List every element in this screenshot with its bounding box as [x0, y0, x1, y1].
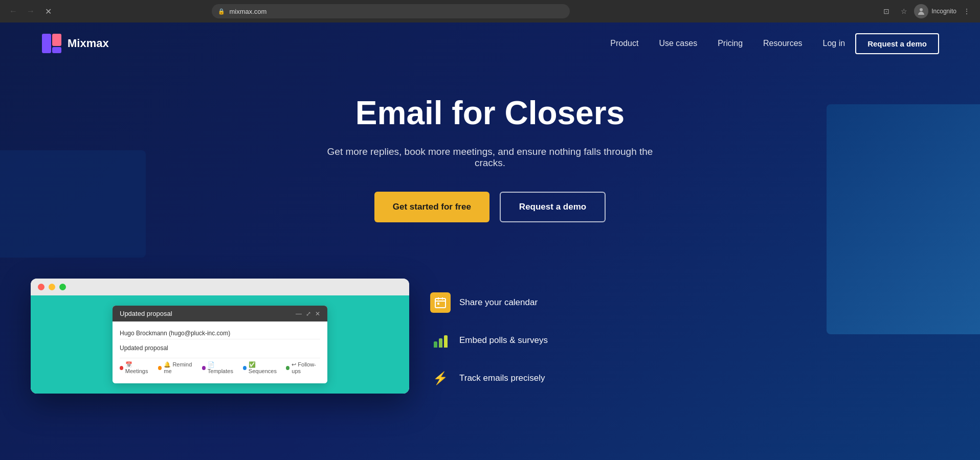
browser-chrome: ← → ✕ 🔒 mixmax.com ⊡ ☆ Incognito ⋮: [0, 0, 980, 22]
toolbar-follow-ups[interactable]: ↩ Follow-ups: [286, 361, 320, 374]
svg-rect-7: [437, 303, 439, 305]
incognito-label: Incognito: [931, 8, 956, 15]
website: Mixmax Product Use cases Pricing Resourc…: [0, 22, 980, 460]
calendar-feature-icon: [430, 292, 451, 313]
features-sidebar: Share your calendar Embed polls & survey…: [430, 279, 573, 397]
svg-rect-2: [52, 47, 61, 53]
app-titlebar: [31, 279, 409, 295]
polls-feature-label: Embed polls & surveys: [459, 335, 548, 346]
svg-rect-3: [435, 298, 446, 308]
nav-links: Product Use cases Pricing Resources: [610, 39, 802, 48]
email-modal-body: Hugo Brockmann (hugo@pluck-inc.com) Upda…: [113, 321, 327, 383]
nav-product[interactable]: Product: [610, 39, 638, 48]
nav-resources[interactable]: Resources: [763, 39, 802, 48]
logo-text: Mixmax: [68, 37, 109, 50]
reload-button[interactable]: ✕: [41, 4, 55, 18]
back-button[interactable]: ←: [6, 4, 20, 18]
window-close-btn[interactable]: [38, 284, 44, 290]
incognito-avatar: [914, 4, 928, 18]
toolbar-remind-me[interactable]: 🔔 Remind me: [158, 361, 195, 374]
browser-right-icons: ⊡ ☆ Incognito ⋮: [879, 4, 974, 18]
feature-polls[interactable]: Embed polls & surveys: [430, 321, 573, 359]
expand-icon[interactable]: ⤢: [306, 310, 311, 317]
polls-feature-icon: [430, 330, 451, 351]
navbar: Mixmax Product Use cases Pricing Resourc…: [0, 22, 980, 64]
email-modal-controls: — ⤢ ✕: [296, 310, 320, 317]
email-subject-field: Updated proposal: [120, 342, 320, 354]
minimize-icon[interactable]: —: [296, 310, 302, 317]
address-bar[interactable]: 🔒 mixmax.com: [212, 4, 570, 18]
hero-buttons: Get started for free Request a demo: [10, 192, 970, 222]
browser-nav-buttons: ← → ✕: [6, 4, 55, 18]
nav-pricing[interactable]: Pricing: [718, 39, 743, 48]
lock-icon: 🔒: [218, 8, 225, 15]
window-maximize-btn[interactable]: [59, 284, 66, 290]
svg-rect-0: [42, 34, 51, 53]
email-from-field: Hugo Brockmann (hugo@pluck-inc.com): [120, 328, 320, 339]
calendar-feature-label: Share your calendar: [459, 297, 538, 308]
window-minimize-btn[interactable]: [49, 284, 55, 290]
hero-title: Email for Closers: [10, 95, 970, 131]
close-icon[interactable]: ✕: [315, 310, 320, 317]
nav-request-demo-button[interactable]: Request a demo: [855, 33, 939, 54]
track-feature-label: Track emails precisely: [459, 373, 545, 383]
logo-link[interactable]: Mixmax: [41, 33, 109, 54]
hero-subtitle: Get more replies, book more meetings, an…: [311, 146, 669, 169]
email-toolbar: 📅 Meetings 🔔 Remind me 📄 Templates: [120, 358, 320, 377]
menu-button[interactable]: ⋮: [960, 4, 974, 18]
app-screenshot: Updated proposal — ⤢ ✕ Hugo Brockmann (h…: [31, 279, 409, 394]
app-content: Updated proposal — ⤢ ✕ Hugo Brockmann (h…: [31, 295, 409, 394]
toolbar-sequences[interactable]: ✅ Sequences: [243, 361, 280, 374]
nav-login[interactable]: Log in: [823, 39, 845, 48]
app-demo-section: Updated proposal — ⤢ ✕ Hugo Brockmann (h…: [0, 279, 980, 397]
bookmark-icon[interactable]: ☆: [897, 4, 911, 18]
cast-icon[interactable]: ⊡: [879, 4, 894, 18]
toolbar-templates[interactable]: 📄 Templates: [202, 361, 237, 374]
email-modal-header: Updated proposal — ⤢ ✕: [113, 306, 327, 321]
track-feature-icon: ⚡: [430, 367, 451, 389]
hero-section: Email for Closers Get more replies, book…: [0, 64, 980, 279]
email-modal-title: Updated proposal: [120, 310, 172, 317]
logo-icon: [41, 33, 62, 54]
get-started-button[interactable]: Get started for free: [374, 192, 489, 222]
request-demo-button[interactable]: Request a demo: [500, 192, 606, 222]
email-modal: Updated proposal — ⤢ ✕ Hugo Brockmann (h…: [113, 306, 327, 383]
toolbar-meetings[interactable]: 📅 Meetings: [120, 361, 152, 374]
feature-track[interactable]: ⚡ Track emails precisely: [430, 359, 573, 397]
nav-use-cases[interactable]: Use cases: [659, 39, 697, 48]
svg-rect-1: [52, 34, 61, 46]
feature-calendar[interactable]: Share your calendar: [430, 284, 573, 321]
forward-button[interactable]: →: [24, 4, 38, 18]
url-text: mixmax.com: [229, 8, 266, 15]
